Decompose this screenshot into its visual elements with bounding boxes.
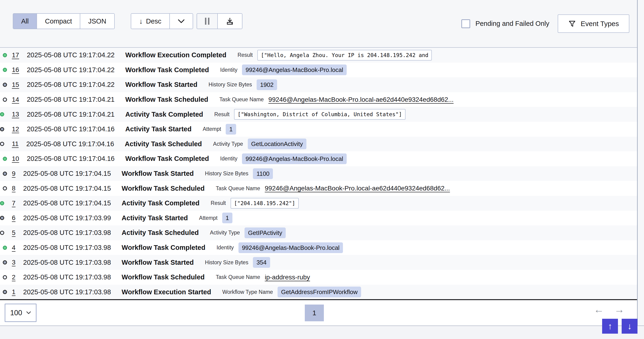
event-attr-label: History Size Bytes [205, 170, 248, 177]
event-name: Activity Task Started [125, 125, 192, 133]
view-mode-compact[interactable]: Compact [37, 14, 80, 29]
event-row[interactable]: 9 2025-05-08 UTC 19:17:04.15 Workflow Ta… [0, 166, 637, 181]
event-row[interactable]: 15 2025-05-08 UTC 19:17:04.22 Workflow T… [0, 77, 637, 92]
sort-desc-button[interactable]: ↓ Desc [131, 14, 170, 29]
event-attr-value: 1 [222, 213, 232, 223]
event-status-marker [3, 246, 7, 250]
view-mode-json[interactable]: JSON [80, 14, 114, 29]
event-attr-value: GetLocationActivity [248, 139, 307, 149]
event-attr-value: GetIPActivity [244, 227, 286, 238]
chevron-down-icon [178, 19, 185, 23]
download-button[interactable] [218, 14, 242, 29]
event-row[interactable]: 4 2025-05-08 UTC 19:17:03.98 Workflow Ta… [0, 240, 637, 255]
event-attr-label: Result [238, 52, 253, 58]
event-id-link[interactable]: 7 [12, 200, 16, 207]
event-row[interactable]: 2 2025-05-08 UTC 19:17:03.98 Workflow Ta… [0, 270, 637, 285]
event-id-link[interactable]: 14 [12, 96, 19, 103]
event-name: Workflow Task Started [122, 170, 194, 177]
event-row[interactable]: 13 2025-05-08 UTC 19:17:04.21 Activity T… [0, 107, 637, 122]
event-id-link[interactable]: 6 [12, 214, 16, 222]
event-attr-value: GetAddressFromIPWorkflow [278, 287, 361, 297]
event-rows: 17 2025-05-08 UTC 19:17:04.22 Workflow E… [0, 48, 637, 299]
event-attr-label: Identity [220, 156, 237, 162]
event-id-link[interactable]: 1 [12, 288, 16, 296]
event-timestamp: 2025-05-08 UTC 19:17:04.15 [23, 170, 111, 177]
event-id-link[interactable]: 11 [12, 140, 18, 148]
event-status-marker [3, 186, 7, 190]
event-id-link[interactable]: 10 [12, 155, 19, 163]
event-row[interactable]: 6 2025-05-08 UTC 19:17:03.99 Activity Ta… [0, 211, 637, 226]
event-name: Workflow Execution Completed [125, 51, 226, 59]
event-types-button[interactable]: Event Types [558, 15, 629, 33]
event-id-link[interactable]: 16 [12, 66, 19, 74]
event-attr-label: Task Queue Name [216, 185, 260, 192]
event-status-marker [0, 231, 4, 235]
pause-button[interactable] [197, 14, 218, 29]
event-id-link[interactable]: 9 [12, 170, 16, 177]
event-timestamp: 2025-05-08 UTC 19:17:03.98 [23, 244, 111, 251]
event-row[interactable]: 1 2025-05-08 UTC 19:17:03.98 Workflow Ex… [0, 285, 637, 300]
event-attr-label: Activity Type [213, 141, 243, 147]
event-attr-label: Attempt [199, 215, 218, 221]
event-timestamp: 2025-05-08 UTC 19:17:04.21 [27, 96, 114, 103]
page-size-select[interactable]: 100 [5, 304, 36, 322]
next-page-arrow-icon[interactable]: → [614, 304, 624, 314]
page-size-value: 100 [10, 309, 22, 317]
event-attr-value: 99246@Angelas-MacBook-Pro.local [242, 153, 347, 164]
event-id-link[interactable]: 2 [12, 273, 16, 281]
event-attr-value[interactable]: ip-address-ruby [265, 273, 310, 281]
event-attr-value[interactable]: 99246@Angelas-MacBook-Pro.local-ae62d440… [265, 185, 450, 192]
event-attr-label: Identity [220, 67, 237, 73]
event-timestamp: 2025-05-08 UTC 19:17:04.15 [23, 199, 111, 207]
event-attr-value: 354 [253, 257, 270, 268]
event-timestamp: 2025-05-08 UTC 19:17:03.98 [23, 273, 111, 281]
download-icon [226, 17, 234, 25]
event-attr-label: History Size Bytes [208, 82, 252, 88]
event-row[interactable]: 14 2025-05-08 UTC 19:17:04.21 Workflow T… [0, 92, 637, 107]
event-name: Activity Task Completed [125, 111, 203, 118]
event-row[interactable]: 11 2025-05-08 UTC 19:17:04.16 Activity T… [0, 137, 637, 152]
event-row[interactable]: 5 2025-05-08 UTC 19:17:03.98 Activity Ta… [0, 225, 637, 240]
scroll-to-top-button[interactable]: ↑ [602, 319, 618, 334]
event-id-link[interactable]: 8 [12, 185, 16, 192]
event-id-link[interactable]: 15 [12, 81, 19, 89]
arrow-down-icon: ↓ [628, 321, 632, 331]
event-name: Activity Task Completed [122, 199, 200, 207]
pending-failed-checkbox[interactable] [461, 19, 470, 28]
event-id-link[interactable]: 13 [12, 111, 19, 118]
toolbar-right: Pending and Failed Only Event Types [461, 0, 629, 47]
event-id-link[interactable]: 17 [12, 52, 19, 59]
scroll-to-bottom-button[interactable]: ↓ [622, 319, 638, 334]
event-row[interactable]: 16 2025-05-08 UTC 19:17:04.22 Workflow T… [0, 63, 637, 78]
sort-options-dropdown[interactable] [170, 14, 193, 29]
event-id-link[interactable]: 5 [12, 229, 16, 237]
event-status-marker [3, 68, 7, 72]
event-timestamp: 2025-05-08 UTC 19:17:04.16 [27, 125, 114, 133]
event-row[interactable]: 8 2025-05-08 UTC 19:17:04.15 Workflow Ta… [0, 181, 637, 196]
event-attr-label: Task Queue Name [220, 96, 264, 103]
event-row[interactable]: 17 2025-05-08 UTC 19:17:04.22 Workflow E… [0, 48, 637, 63]
event-attr-value: ["204.148.195.242"] [230, 198, 299, 209]
event-id-link[interactable]: 4 [12, 244, 16, 251]
event-attr-label: Workflow Type Name [222, 289, 273, 295]
pending-failed-label: Pending and Failed Only [475, 20, 549, 28]
event-row[interactable]: 3 2025-05-08 UTC 19:17:03.98 Workflow Ta… [0, 255, 637, 270]
event-name: Activity Task Scheduled [125, 140, 202, 148]
event-id-link[interactable]: 12 [12, 126, 19, 133]
pending-failed-filter: Pending and Failed Only [461, 19, 549, 28]
event-timestamp: 2025-05-08 UTC 19:17:03.98 [23, 259, 111, 266]
pause-icon [205, 18, 210, 25]
previous-page-arrow-icon[interactable]: ← [594, 304, 604, 314]
event-row[interactable]: 12 2025-05-08 UTC 19:17:04.16 Activity T… [0, 122, 637, 137]
current-page-button[interactable]: 1 [305, 304, 324, 321]
event-attr-value[interactable]: 99246@Angelas-MacBook-Pro.local-ae62d440… [268, 96, 454, 103]
event-row[interactable]: 10 2025-05-08 UTC 19:17:04.16 Workflow T… [0, 151, 637, 166]
event-types-label: Event Types [581, 20, 619, 28]
event-row[interactable]: 7 2025-05-08 UTC 19:17:04.15 Activity Ta… [0, 196, 637, 211]
event-attr-value: 1 [226, 124, 236, 135]
view-mode-all[interactable]: All [13, 14, 37, 29]
event-attr-value: ["Hello, Angela Zhou. Your IP is 204.148… [257, 50, 432, 61]
event-timestamp: 2025-05-08 UTC 19:17:03.99 [23, 214, 111, 222]
event-name: Workflow Task Completed [122, 244, 206, 251]
event-id-link[interactable]: 3 [12, 259, 16, 266]
